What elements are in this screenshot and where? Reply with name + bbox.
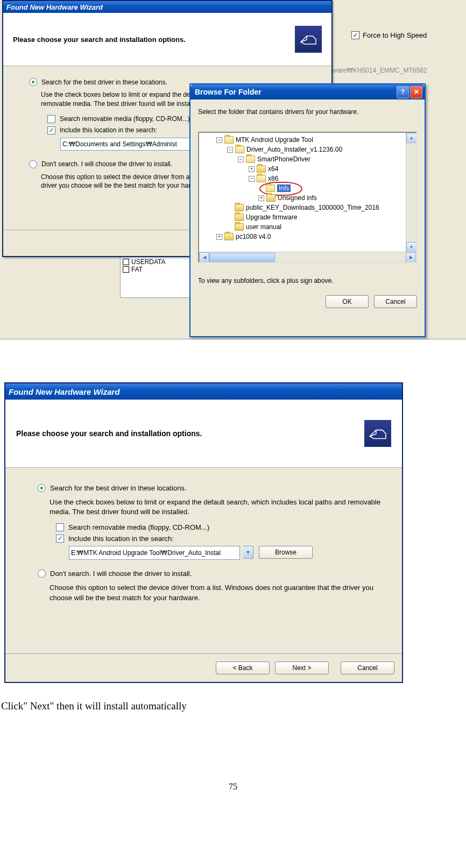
radio-icon bbox=[29, 78, 37, 86]
scroll-down-icon[interactable]: ▼ bbox=[406, 242, 416, 252]
window-titlebar[interactable]: Found New Hardware Wizard bbox=[3, 1, 331, 13]
folder-icon bbox=[235, 146, 244, 153]
tree-node[interactable]: x64 bbox=[268, 165, 278, 173]
folder-icon bbox=[257, 165, 266, 173]
radio-icon bbox=[38, 484, 46, 492]
tree-node-selected[interactable]: Infs bbox=[277, 184, 291, 192]
search-locations-desc: Use the check boxes below to limit or ex… bbox=[50, 497, 387, 517]
horizontal-scrollbar[interactable]: ◀ ▶ bbox=[199, 252, 416, 262]
expand-icon[interactable]: + bbox=[216, 234, 222, 240]
browse-button[interactable]: Browse bbox=[259, 546, 313, 559]
folder-icon bbox=[235, 214, 244, 221]
list-item-label: FAT bbox=[131, 266, 143, 273]
background-path-text: ware₩KH5014_EMMC_MT6582 bbox=[333, 67, 427, 74]
radio-label: Search for the best driver in these loca… bbox=[50, 484, 187, 492]
folder-icon bbox=[235, 204, 244, 211]
tree-node[interactable]: Driver_Auto_Installer_v1.1236.00 bbox=[246, 146, 342, 153]
browse-titlebar[interactable]: Browse For Folder ? ✕ bbox=[190, 84, 425, 99]
collapse-icon[interactable]: − bbox=[249, 176, 255, 182]
wizard-header-text: Please choose your search and installati… bbox=[16, 429, 202, 438]
folder-icon bbox=[235, 223, 244, 231]
upper-composite-area: ✓ Force to High Speed ware₩KH5014_EMMC_M… bbox=[0, 0, 466, 339]
collapse-icon[interactable]: − bbox=[216, 137, 222, 143]
radio-label: Don't search. I will choose the driver t… bbox=[50, 570, 192, 578]
checkbox-icon bbox=[123, 259, 129, 265]
collapse-icon[interactable]: − bbox=[227, 147, 233, 153]
cancel-button[interactable]: Cancel bbox=[341, 661, 394, 674]
close-icon[interactable]: ✕ bbox=[410, 86, 422, 98]
checkbox-icon bbox=[47, 115, 55, 123]
vertical-scrollbar[interactable]: ▲ ▼ bbox=[406, 133, 416, 252]
wizard-header-icon bbox=[364, 420, 391, 447]
wizard-header: Please choose your search and installati… bbox=[5, 400, 402, 468]
expand-icon[interactable]: + bbox=[249, 166, 255, 172]
window-title: Found New Hardware Wizard bbox=[6, 3, 103, 11]
tree-node[interactable]: Unsigned infs bbox=[278, 194, 317, 202]
scroll-left-icon[interactable]: ◀ bbox=[199, 252, 209, 262]
document-caption: Click" Next" then it will install automa… bbox=[1, 700, 466, 712]
tree-node[interactable]: public_KEY_Downloads_1000000_Time_2016 bbox=[246, 204, 379, 211]
wizard-header: Please choose your search and installati… bbox=[3, 13, 331, 66]
hardware-wizard-window-2: Found New Hardware Wizard Please choose … bbox=[4, 382, 403, 683]
tree-node[interactable]: Upgrade firmware bbox=[246, 214, 297, 221]
list-item: USERDATA bbox=[123, 258, 193, 266]
tree-node[interactable]: pc1008 v4.0 bbox=[236, 233, 271, 240]
checkbox-label: Search removable media (floppy, CD-ROM..… bbox=[68, 523, 209, 531]
browse-folder-dialog: Browse For Folder ? ✕ Select the folder … bbox=[189, 83, 426, 337]
cancel-button[interactable]: Cancel bbox=[374, 295, 417, 308]
checkbox-removable-media[interactable]: Search removable media (floppy, CD-ROM..… bbox=[56, 523, 387, 531]
checkbox-include-location[interactable]: ✓ Include this location in the search: bbox=[56, 535, 387, 543]
collapse-icon[interactable]: − bbox=[238, 156, 244, 162]
scroll-thumb[interactable] bbox=[209, 253, 275, 262]
wizard-header-icon bbox=[295, 26, 322, 53]
checkbox-icon: ✓ bbox=[47, 126, 55, 134]
window-title: Found New Hardware Wizard bbox=[9, 387, 120, 396]
back-button[interactable]: < Back bbox=[216, 661, 270, 674]
tree-node[interactable]: x86 bbox=[268, 175, 278, 182]
browse-instruction: Select the folder that contains drivers … bbox=[198, 108, 417, 116]
background-partition-list: USERDATA FAT bbox=[120, 256, 195, 298]
browse-title: Browse For Folder bbox=[195, 88, 262, 96]
expand-icon[interactable]: + bbox=[258, 195, 264, 201]
radio-label: Don't search. I will choose the driver t… bbox=[41, 160, 172, 168]
dropdown-icon[interactable]: ▼ bbox=[243, 546, 253, 559]
checkbox-icon bbox=[56, 523, 64, 531]
scroll-right-icon[interactable]: ▶ bbox=[406, 252, 416, 262]
checkbox-icon: ✓ bbox=[351, 31, 359, 39]
force-high-speed-checkbox[interactable]: ✓ Force to High Speed bbox=[351, 31, 427, 39]
list-item-label: USERDATA bbox=[131, 258, 166, 266]
location-path-input[interactable] bbox=[69, 546, 240, 560]
folder-icon bbox=[224, 136, 234, 144]
wizard-footer: < Back Next > Cancel bbox=[5, 653, 402, 682]
checkbox-icon: ✓ bbox=[56, 535, 64, 543]
force-high-speed-label: Force to High Speed bbox=[363, 31, 427, 39]
folder-icon bbox=[266, 194, 276, 202]
list-item: FAT bbox=[123, 266, 193, 273]
tree-node[interactable]: user manual bbox=[246, 223, 281, 231]
wizard-body: Search for the best driver in these loca… bbox=[5, 468, 402, 615]
radio-icon bbox=[38, 570, 46, 578]
radio-label: Search for the best driver in these loca… bbox=[41, 79, 167, 86]
ok-button[interactable]: OK bbox=[326, 295, 369, 308]
tree-node[interactable]: MTK Android Upgrade Tool bbox=[236, 136, 313, 144]
help-icon[interactable]: ? bbox=[397, 86, 409, 98]
page-number: 75 bbox=[0, 782, 466, 802]
folder-tree[interactable]: −MTK Android Upgrade Tool −Driver_Auto_I… bbox=[198, 132, 417, 263]
browse-hint: To view any subfolders, click a plus sig… bbox=[198, 277, 417, 284]
radio-search-locations[interactable]: Search for the best driver in these loca… bbox=[38, 484, 387, 492]
radio-dont-search[interactable]: Don't search. I will choose the driver t… bbox=[38, 570, 387, 578]
dont-search-desc: Choose this option to select the device … bbox=[50, 583, 387, 602]
checkbox-label: Include this location in the search: bbox=[60, 126, 157, 134]
wizard-header-text: Please choose your search and installati… bbox=[13, 35, 186, 44]
checkbox-icon bbox=[123, 266, 129, 273]
checkbox-label: Search removable media (floppy, CD-ROM..… bbox=[60, 115, 190, 123]
window-titlebar[interactable]: Found New Hardware Wizard bbox=[5, 383, 402, 400]
folder-icon bbox=[224, 233, 234, 240]
tree-node[interactable]: SmartPhoneDriver bbox=[257, 155, 310, 163]
next-button[interactable]: Next > bbox=[275, 661, 329, 674]
radio-icon bbox=[29, 160, 37, 168]
folder-icon bbox=[266, 184, 275, 192]
folder-icon bbox=[257, 175, 266, 182]
scroll-up-icon[interactable]: ▲ bbox=[406, 133, 416, 143]
checkbox-label: Include this location in the search: bbox=[68, 535, 174, 543]
